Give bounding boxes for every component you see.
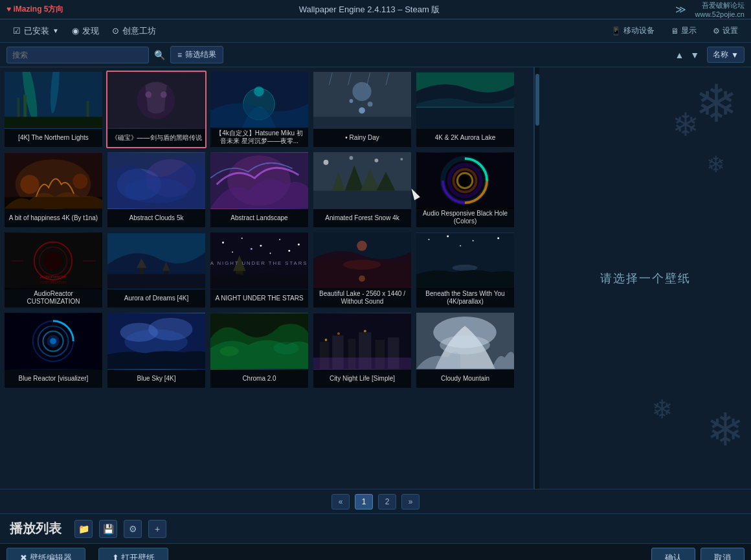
wallpaper-label-w14: Beautiful Lake - 2560 x 1440 / Without S… [313, 288, 411, 308]
svg-point-89 [473, 240, 474, 241]
wallpaper-label-w2: 《磁宝》——剑与盾的黑暗传说 [107, 129, 205, 147]
playlist-add-btn[interactable]: + [148, 520, 166, 538]
pagination-first[interactable]: « [331, 494, 350, 510]
search-input[interactable] [6, 47, 149, 63]
svg-point-104 [124, 329, 187, 354]
svg-point-108 [273, 342, 298, 354]
wallpaper-item-w9[interactable]: Animated Forest Snow 4k [312, 151, 412, 229]
svg-point-57 [43, 251, 62, 270]
sort-dropdown[interactable]: 名称 ▼ [707, 47, 745, 63]
svg-point-122 [440, 335, 490, 354]
playlist-save-btn[interactable]: 💾 [99, 520, 117, 538]
wallpaper-label-w20: Cloudy Mountain [416, 370, 514, 388]
wallpaper-label-w13: A NIGHT UNDER THE STARS [210, 289, 308, 308]
wallpaper-label-w7: Abstract Clouds 5k [107, 209, 205, 227]
playlist-bar: 播放列表 📁 💾 ⚙ + [0, 513, 751, 543]
cancel-button[interactable]: 取消 [701, 548, 745, 561]
wallpaper-item-w11[interactable]: AudioReactor CUSTOMIZATION AudioReactor … [3, 231, 104, 309]
svg-point-116 [325, 339, 328, 341]
wallpaper-item-w1[interactable]: [4K] The Northern Lights [3, 71, 104, 148]
wallpaper-item-w6[interactable]: A bit of happiness 4K (By t1na) [3, 151, 104, 229]
wallpaper-label-w9: Animated Forest Snow 4k [313, 209, 411, 227]
titlebar: ♥ iMazing 5方向 Wallpaper Engine 2.4.113 –… [0, 0, 751, 19]
pagination-last[interactable]: » [401, 494, 420, 510]
playlist-config-btn[interactable]: ⚙ [124, 520, 142, 538]
installed-dropdown-icon[interactable]: ▼ [52, 27, 59, 34]
wallpaper-item-w15[interactable]: Beneath the Stars With You (4K/parallax) [415, 231, 515, 309]
open-wallpaper-button[interactable]: ⬆ 打开壁纸 [98, 548, 169, 561]
pagination-page2[interactable]: 2 [378, 494, 396, 510]
svg-point-85 [359, 275, 365, 282]
nav-settings[interactable]: ⚙ 设置 [706, 23, 745, 38]
snowflake-deco-5: ❄ [706, 151, 725, 177]
discover-icon: ◉ [72, 26, 79, 36]
svg-point-77 [288, 250, 290, 252]
filter-button[interactable]: ≡ 筛选结果 [170, 46, 223, 63]
svg-point-69 [222, 241, 224, 243]
right-logo: 吾爱破解论坛 www.52pojie.cn [695, 1, 745, 18]
nav-display[interactable]: 🖥 显示 [664, 23, 703, 38]
pagination: « 1 2 » [0, 489, 751, 513]
window-title: Wallpaper Engine 2.4.113 – Steam 版 [299, 4, 440, 16]
sort-chevron-icon: ▼ [731, 50, 739, 60]
navbar: ☑ 已安装 ▼ ◉ 发现 ⊙ 创意工坊 📱 移动设备 🖥 显示 ⚙ 设置 [0, 19, 751, 43]
wallpaper-item-w14[interactable]: Beautiful Lake - 2560 x 1440 / Without S… [312, 231, 412, 309]
snowflake-deco-3: ❄ [706, 403, 745, 456]
snowflake-deco-4: ❄ [651, 394, 673, 424]
svg-text:AudioReactor: AudioReactor [39, 274, 67, 279]
svg-rect-67 [107, 274, 205, 288]
display-icon: 🖥 [671, 27, 678, 36]
wallpaper-item-w3[interactable]: 【4k自定义】Hatsune Miku 初音未来 星河沉梦——夜零... [209, 71, 309, 148]
grid-scrollbar[interactable] [534, 67, 539, 489]
editor-button[interactable]: ✖ 壁纸编辑器 [6, 548, 85, 561]
wallpaper-item-w8[interactable]: Abstract Landscape [209, 151, 309, 229]
search-button[interactable]: 🔍 [154, 50, 165, 60]
confirm-button[interactable]: 确认 [651, 548, 695, 561]
wallpaper-item-w20[interactable]: Cloudy Mountain [415, 311, 515, 389]
svg-point-100 [50, 338, 56, 344]
svg-point-53 [460, 175, 470, 186]
wallpaper-item-w12[interactable]: Aurora of Dreams [4K] [106, 231, 207, 309]
svg-point-118 [364, 330, 366, 332]
searchbar: 🔍 ≡ 筛选结果 ▲ ▼ 名称 ▼ [0, 43, 751, 67]
svg-point-88 [447, 236, 449, 238]
wallpaper-item-w19[interactable]: City Night Life [Simple] [312, 311, 412, 389]
svg-point-47 [400, 158, 403, 161]
scrollbar-thumb[interactable] [535, 74, 539, 126]
wallpaper-item-w16[interactable]: Blue Reactor [visualizer] [3, 311, 104, 389]
sort-down-arrow[interactable]: ▼ [688, 49, 702, 62]
wallpaper-item-w5[interactable]: 4K & 2K Aurora Lake [415, 71, 515, 148]
sort-up-arrow[interactable]: ▲ [672, 49, 686, 62]
svg-text:CUSTOMIZATION: CUSTOMIZATION [40, 281, 66, 284]
svg-point-16 [350, 99, 353, 103]
wallpaper-grid: [4K] The Northern Lights 《磁宝》——剑与盾的黑暗传说 [0, 67, 534, 489]
svg-point-90 [497, 237, 499, 239]
wallpaper-item-w13[interactable]: A NIGHT UNDER THE STARS A NIGHT UNDER TH… [209, 231, 309, 309]
maximize-icon[interactable]: ≫ [675, 3, 686, 16]
folder-icon: 📁 [78, 524, 89, 534]
wallpaper-item-w7[interactable]: Abstract Clouds 5k [106, 151, 207, 229]
nav-discover[interactable]: ◉ 发现 [65, 23, 106, 39]
wallpaper-item-w4[interactable]: • Rainy Day [312, 71, 412, 148]
playlist-title: 播放列表 [10, 520, 62, 537]
nav-installed[interactable]: ☑ 已安装 ▼ [6, 23, 65, 39]
svg-point-84 [343, 260, 381, 270]
wallpaper-item-w17[interactable]: Blue Sky [4K] [106, 311, 207, 389]
svg-point-93 [453, 265, 478, 271]
wallpaper-item-w2[interactable]: 《磁宝》——剑与盾的黑暗传说 [106, 71, 207, 148]
wallpaper-item-w10[interactable]: Audio Responsive Black Hole (Colors) [415, 151, 515, 229]
wallpaper-label-w8: Abstract Landscape [210, 209, 308, 227]
nav-mobile[interactable]: 📱 移动设备 [605, 23, 661, 38]
svg-rect-39 [313, 191, 411, 208]
svg-point-44 [324, 160, 329, 165]
playlist-folder-btn[interactable]: 📁 [74, 520, 93, 538]
save-icon: 💾 [103, 524, 114, 534]
nav-workshop[interactable]: ⊙ 创意工坊 [106, 23, 163, 39]
wallpaper-item-w18[interactable]: Chroma 2.0 [209, 311, 309, 389]
wallpaper-label-w17: Blue Sky [4K] [107, 370, 205, 388]
wallpaper-label-w6: A bit of happiness 4K (By t1na) [5, 209, 102, 227]
pagination-page1[interactable]: 1 [355, 494, 373, 510]
grid-row-4: Blue Reactor [visualizer] Blue Sky [4K] [3, 311, 530, 389]
svg-point-75 [251, 248, 252, 250]
sort-arrows: ▲ ▼ [672, 49, 702, 62]
